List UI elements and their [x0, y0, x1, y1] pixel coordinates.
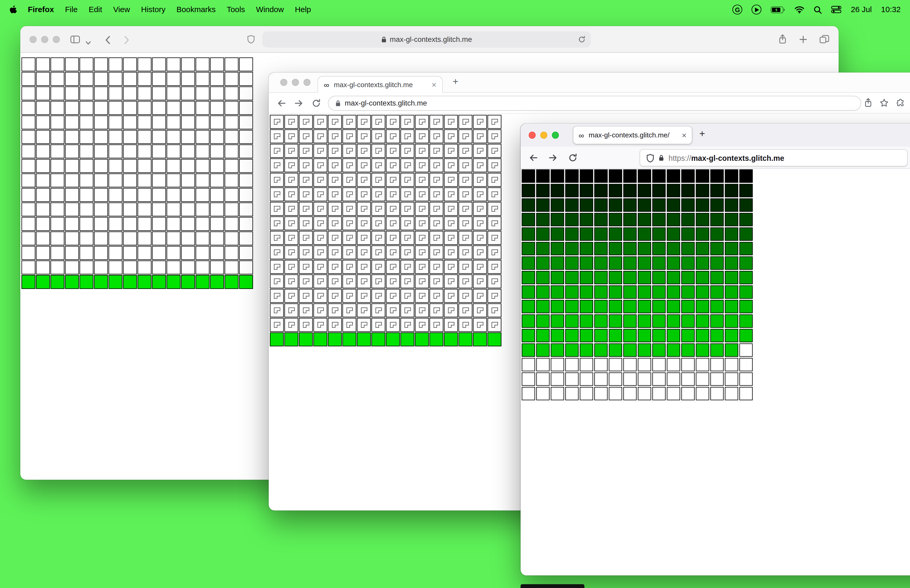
canvas-cell [594, 315, 608, 328]
address-bar[interactable]: https://max-gl-contexts.glitch.me [640, 150, 907, 166]
canvas-cell [667, 315, 680, 328]
tab-overview-button[interactable] [819, 35, 829, 46]
canvas-cell [444, 318, 458, 332]
new-tab-button[interactable]: + [699, 128, 705, 140]
menu-view[interactable]: View [113, 5, 130, 14]
broken-image-icon [433, 177, 440, 183]
control-center-icon[interactable] [831, 6, 842, 13]
canvas-row [270, 245, 501, 259]
minimize-window-button[interactable] [540, 132, 547, 139]
canvas-cell [299, 187, 313, 201]
reload-button[interactable] [312, 99, 321, 110]
close-window-button[interactable] [280, 79, 287, 86]
new-tab-button[interactable] [799, 35, 807, 45]
close-tab-button[interactable]: × [432, 81, 436, 89]
address-bar[interactable]: max-gl-contexts.glitch.me [328, 96, 861, 111]
reload-button[interactable] [568, 153, 577, 165]
extensions-button[interactable] [896, 99, 905, 110]
canvas-cell [210, 144, 224, 158]
canvas-cell [473, 274, 487, 288]
canvas-cell [401, 274, 414, 288]
close-window-button[interactable] [529, 132, 535, 139]
menu-help[interactable]: Help [295, 5, 311, 14]
menubar-clock[interactable]: 10:32 [881, 5, 900, 14]
app-menu-firefox[interactable]: Firefox [28, 5, 54, 14]
reload-button[interactable] [578, 35, 586, 45]
canvas-cell [79, 144, 94, 158]
canvas-cell [196, 130, 210, 144]
minimize-window-button[interactable] [41, 36, 48, 43]
back-button[interactable] [529, 153, 538, 165]
canvas-cell [166, 188, 181, 202]
canvas-cell [430, 289, 443, 303]
firefox-navigation-bar: https://max-gl-contexts.glitch.me [520, 147, 910, 169]
share-button[interactable] [864, 98, 872, 110]
tab-group-chevron-button[interactable] [85, 37, 91, 48]
broken-image-icon [375, 221, 381, 226]
forward-button[interactable] [294, 99, 303, 110]
back-button[interactable] [105, 35, 111, 47]
menu-edit[interactable]: Edit [89, 5, 102, 14]
forward-button[interactable] [123, 35, 130, 47]
canvas-row [522, 228, 753, 241]
new-tab-button[interactable]: + [453, 76, 458, 88]
menu-window[interactable]: Window [256, 5, 284, 14]
canvas-cell [94, 116, 108, 129]
canvas-cell [536, 242, 550, 255]
broken-image-icon [462, 307, 469, 313]
broken-image-icon [302, 148, 309, 154]
bookmark-button[interactable] [880, 99, 888, 110]
close-window-button[interactable] [29, 36, 36, 43]
canvas-cell [239, 130, 253, 144]
zoom-window-button[interactable] [552, 132, 559, 139]
canvas-cell [65, 144, 79, 158]
canvas-cell [357, 144, 371, 158]
menu-tools[interactable]: Tools [227, 5, 245, 14]
canvas-cell [284, 318, 298, 332]
canvas-cell [725, 242, 738, 255]
zoom-window-button[interactable] [304, 79, 310, 86]
tab-max-gl-contexts[interactable]: ∞ max-gl-contexts.glitch.me/ × [574, 126, 692, 144]
play-status-icon[interactable] [752, 5, 761, 15]
broken-image-icon [273, 162, 280, 168]
google-status-icon[interactable]: G [732, 5, 742, 15]
canvas-cell [79, 275, 94, 289]
broken-image-icon [361, 119, 367, 125]
zoom-window-button[interactable] [53, 36, 60, 43]
canvas-row [270, 274, 501, 288]
broken-image-icon [346, 235, 352, 241]
canvas-cell [210, 130, 224, 144]
privacy-report-button[interactable] [247, 35, 255, 46]
menubar-date[interactable]: 26 Jul [851, 5, 871, 14]
share-button[interactable] [778, 34, 787, 46]
address-bar[interactable]: max-gl-contexts.glitch.me [262, 31, 591, 48]
canvas-row [522, 271, 753, 284]
battery-icon[interactable] [771, 6, 785, 13]
tab-max-gl-contexts[interactable]: ∞ max-gl-contexts.glitch.me × [318, 76, 443, 93]
canvas-cell [372, 260, 385, 274]
broken-image-icon [419, 221, 425, 226]
canvas-cell [638, 242, 651, 255]
menu-history[interactable]: History [141, 5, 166, 14]
broken-image-icon [433, 264, 440, 270]
wifi-icon[interactable] [795, 6, 805, 13]
minimize-window-button[interactable] [292, 79, 299, 86]
canvas-cell [137, 246, 151, 260]
canvas-cell [565, 199, 579, 212]
search-icon[interactable] [814, 5, 822, 14]
menu-bookmarks[interactable]: Bookmarks [176, 5, 216, 14]
broken-image-icon [288, 307, 294, 313]
canvas-row [522, 199, 753, 212]
apple-menu[interactable] [9, 5, 17, 14]
canvas-cell [123, 101, 137, 115]
back-button[interactable] [277, 99, 286, 110]
canvas-cell [652, 285, 666, 299]
canvas-cell [667, 242, 680, 255]
canvas-cell [50, 246, 65, 260]
forward-button[interactable] [548, 153, 558, 165]
close-tab-button[interactable]: × [682, 131, 687, 139]
sidebar-toggle-button[interactable] [70, 35, 80, 46]
canvas-cell [328, 216, 342, 230]
menu-file[interactable]: File [65, 5, 78, 14]
broken-image-icon [288, 264, 294, 270]
